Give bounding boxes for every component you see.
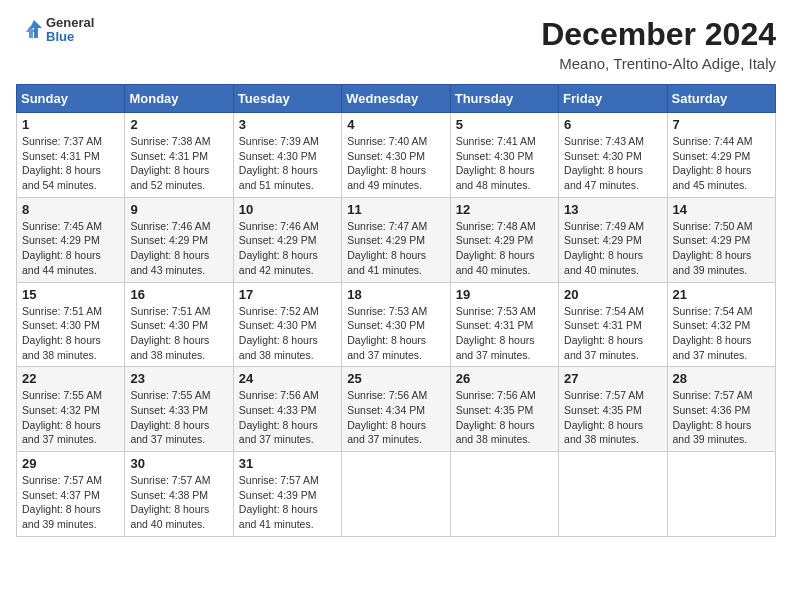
day-number: 19 — [456, 287, 553, 302]
weekday-header-monday: Monday — [125, 85, 233, 113]
day-info: Sunrise: 7:55 AM Sunset: 4:33 PM Dayligh… — [130, 388, 227, 447]
day-number: 20 — [564, 287, 661, 302]
day-cell-7: 7 Sunrise: 7:44 AM Sunset: 4:29 PM Dayli… — [667, 113, 775, 198]
day-info: Sunrise: 7:50 AM Sunset: 4:29 PM Dayligh… — [673, 219, 770, 278]
day-cell-12: 12 Sunrise: 7:48 AM Sunset: 4:29 PM Dayl… — [450, 197, 558, 282]
week-row-2: 8 Sunrise: 7:45 AM Sunset: 4:29 PM Dayli… — [17, 197, 776, 282]
day-info: Sunrise: 7:56 AM Sunset: 4:34 PM Dayligh… — [347, 388, 444, 447]
day-number: 23 — [130, 371, 227, 386]
day-info: Sunrise: 7:57 AM Sunset: 4:37 PM Dayligh… — [22, 473, 119, 532]
day-cell-9: 9 Sunrise: 7:46 AM Sunset: 4:29 PM Dayli… — [125, 197, 233, 282]
week-row-1: 1 Sunrise: 7:37 AM Sunset: 4:31 PM Dayli… — [17, 113, 776, 198]
day-cell-1: 1 Sunrise: 7:37 AM Sunset: 4:31 PM Dayli… — [17, 113, 125, 198]
week-row-5: 29 Sunrise: 7:57 AM Sunset: 4:37 PM Dayl… — [17, 452, 776, 537]
day-info: Sunrise: 7:53 AM Sunset: 4:31 PM Dayligh… — [456, 304, 553, 363]
day-number: 16 — [130, 287, 227, 302]
week-row-3: 15 Sunrise: 7:51 AM Sunset: 4:30 PM Dayl… — [17, 282, 776, 367]
day-cell-30: 30 Sunrise: 7:57 AM Sunset: 4:38 PM Dayl… — [125, 452, 233, 537]
day-number: 18 — [347, 287, 444, 302]
day-info: Sunrise: 7:38 AM Sunset: 4:31 PM Dayligh… — [130, 134, 227, 193]
logo-general: General — [46, 16, 94, 30]
day-number: 15 — [22, 287, 119, 302]
day-cell-2: 2 Sunrise: 7:38 AM Sunset: 4:31 PM Dayli… — [125, 113, 233, 198]
day-info: Sunrise: 7:46 AM Sunset: 4:29 PM Dayligh… — [239, 219, 336, 278]
day-number: 5 — [456, 117, 553, 132]
day-cell-4: 4 Sunrise: 7:40 AM Sunset: 4:30 PM Dayli… — [342, 113, 450, 198]
day-cell-5: 5 Sunrise: 7:41 AM Sunset: 4:30 PM Dayli… — [450, 113, 558, 198]
day-cell-15: 15 Sunrise: 7:51 AM Sunset: 4:30 PM Dayl… — [17, 282, 125, 367]
day-cell-3: 3 Sunrise: 7:39 AM Sunset: 4:30 PM Dayli… — [233, 113, 341, 198]
day-cell-28: 28 Sunrise: 7:57 AM Sunset: 4:36 PM Dayl… — [667, 367, 775, 452]
calendar-title: December 2024 — [541, 16, 776, 53]
day-number: 6 — [564, 117, 661, 132]
day-info: Sunrise: 7:48 AM Sunset: 4:29 PM Dayligh… — [456, 219, 553, 278]
day-info: Sunrise: 7:56 AM Sunset: 4:35 PM Dayligh… — [456, 388, 553, 447]
logo-bird-icon — [16, 16, 44, 44]
day-number: 27 — [564, 371, 661, 386]
day-cell-14: 14 Sunrise: 7:50 AM Sunset: 4:29 PM Dayl… — [667, 197, 775, 282]
day-cell-23: 23 Sunrise: 7:55 AM Sunset: 4:33 PM Dayl… — [125, 367, 233, 452]
calendar-table: SundayMondayTuesdayWednesdayThursdayFrid… — [16, 84, 776, 537]
empty-cell — [559, 452, 667, 537]
weekday-header-friday: Friday — [559, 85, 667, 113]
day-cell-31: 31 Sunrise: 7:57 AM Sunset: 4:39 PM Dayl… — [233, 452, 341, 537]
empty-cell — [667, 452, 775, 537]
day-cell-8: 8 Sunrise: 7:45 AM Sunset: 4:29 PM Dayli… — [17, 197, 125, 282]
day-cell-29: 29 Sunrise: 7:57 AM Sunset: 4:37 PM Dayl… — [17, 452, 125, 537]
day-info: Sunrise: 7:51 AM Sunset: 4:30 PM Dayligh… — [22, 304, 119, 363]
day-cell-22: 22 Sunrise: 7:55 AM Sunset: 4:32 PM Dayl… — [17, 367, 125, 452]
logo-container: General Blue — [16, 16, 94, 45]
day-cell-11: 11 Sunrise: 7:47 AM Sunset: 4:29 PM Dayl… — [342, 197, 450, 282]
day-cell-6: 6 Sunrise: 7:43 AM Sunset: 4:30 PM Dayli… — [559, 113, 667, 198]
day-info: Sunrise: 7:57 AM Sunset: 4:35 PM Dayligh… — [564, 388, 661, 447]
day-number: 22 — [22, 371, 119, 386]
day-info: Sunrise: 7:55 AM Sunset: 4:32 PM Dayligh… — [22, 388, 119, 447]
day-number: 11 — [347, 202, 444, 217]
day-number: 25 — [347, 371, 444, 386]
week-row-4: 22 Sunrise: 7:55 AM Sunset: 4:32 PM Dayl… — [17, 367, 776, 452]
weekday-header-saturday: Saturday — [667, 85, 775, 113]
day-number: 9 — [130, 202, 227, 217]
day-cell-17: 17 Sunrise: 7:52 AM Sunset: 4:30 PM Dayl… — [233, 282, 341, 367]
day-cell-16: 16 Sunrise: 7:51 AM Sunset: 4:30 PM Dayl… — [125, 282, 233, 367]
weekday-header-wednesday: Wednesday — [342, 85, 450, 113]
logo: General Blue — [16, 16, 94, 45]
day-info: Sunrise: 7:44 AM Sunset: 4:29 PM Dayligh… — [673, 134, 770, 193]
day-number: 8 — [22, 202, 119, 217]
day-number: 21 — [673, 287, 770, 302]
empty-cell — [342, 452, 450, 537]
day-cell-20: 20 Sunrise: 7:54 AM Sunset: 4:31 PM Dayl… — [559, 282, 667, 367]
day-number: 10 — [239, 202, 336, 217]
day-info: Sunrise: 7:51 AM Sunset: 4:30 PM Dayligh… — [130, 304, 227, 363]
header: General Blue December 2024 Meano, Trenti… — [16, 16, 776, 72]
day-number: 29 — [22, 456, 119, 471]
day-number: 13 — [564, 202, 661, 217]
empty-cell — [450, 452, 558, 537]
day-info: Sunrise: 7:52 AM Sunset: 4:30 PM Dayligh… — [239, 304, 336, 363]
day-number: 4 — [347, 117, 444, 132]
day-info: Sunrise: 7:57 AM Sunset: 4:38 PM Dayligh… — [130, 473, 227, 532]
day-info: Sunrise: 7:53 AM Sunset: 4:30 PM Dayligh… — [347, 304, 444, 363]
day-info: Sunrise: 7:40 AM Sunset: 4:30 PM Dayligh… — [347, 134, 444, 193]
day-number: 7 — [673, 117, 770, 132]
day-info: Sunrise: 7:49 AM Sunset: 4:29 PM Dayligh… — [564, 219, 661, 278]
day-cell-10: 10 Sunrise: 7:46 AM Sunset: 4:29 PM Dayl… — [233, 197, 341, 282]
weekday-header-tuesday: Tuesday — [233, 85, 341, 113]
day-number: 2 — [130, 117, 227, 132]
day-cell-24: 24 Sunrise: 7:56 AM Sunset: 4:33 PM Dayl… — [233, 367, 341, 452]
day-cell-18: 18 Sunrise: 7:53 AM Sunset: 4:30 PM Dayl… — [342, 282, 450, 367]
day-number: 1 — [22, 117, 119, 132]
day-info: Sunrise: 7:41 AM Sunset: 4:30 PM Dayligh… — [456, 134, 553, 193]
day-info: Sunrise: 7:39 AM Sunset: 4:30 PM Dayligh… — [239, 134, 336, 193]
weekday-header-thursday: Thursday — [450, 85, 558, 113]
day-cell-26: 26 Sunrise: 7:56 AM Sunset: 4:35 PM Dayl… — [450, 367, 558, 452]
day-cell-27: 27 Sunrise: 7:57 AM Sunset: 4:35 PM Dayl… — [559, 367, 667, 452]
day-number: 3 — [239, 117, 336, 132]
calendar-subtitle: Meano, Trentino-Alto Adige, Italy — [541, 55, 776, 72]
day-number: 26 — [456, 371, 553, 386]
day-number: 30 — [130, 456, 227, 471]
weekday-header-sunday: Sunday — [17, 85, 125, 113]
weekday-header-row: SundayMondayTuesdayWednesdayThursdayFrid… — [17, 85, 776, 113]
day-info: Sunrise: 7:45 AM Sunset: 4:29 PM Dayligh… — [22, 219, 119, 278]
day-number: 17 — [239, 287, 336, 302]
